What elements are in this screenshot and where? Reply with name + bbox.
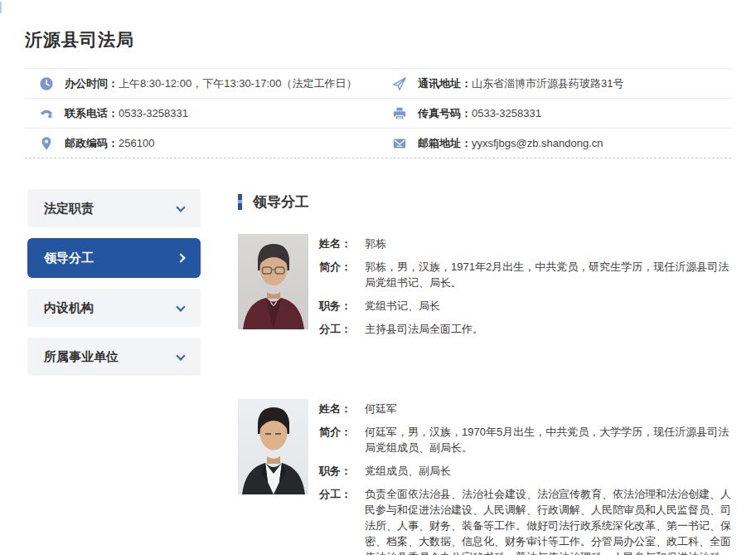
section-title: 领导分工 (253, 192, 309, 212)
field-label: 分工： (319, 321, 356, 337)
info-value: 256100 (119, 137, 154, 149)
fax-icon (391, 105, 407, 121)
sidebar-item-label: 内设机构 (44, 300, 94, 316)
sidebar-item-label: 所属事业单位 (44, 349, 119, 365)
chevron-down-icon (176, 351, 185, 360)
info-phone: 联系电话： 0533-3258331 (25, 98, 378, 128)
field-value: 主持县司法局全面工作。 (365, 321, 731, 337)
content-area: 法定职责 领导分工 内设机构 所属事业单位 领导分工 (25, 189, 731, 555)
window-edge-mark (0, 2, 2, 13)
info-address: 通讯地址： 山东省淄博市沂源县药玻路31号 (378, 68, 731, 98)
chevron-down-icon (176, 302, 185, 311)
sidebar-item-label: 领导分工 (44, 251, 94, 266)
info-label: 邮政编码： (65, 136, 119, 151)
field-value: 党组书记、局长 (365, 298, 731, 314)
field-label: 分工： (319, 486, 356, 555)
field-label: 简介： (319, 424, 356, 455)
info-office-hours: 办公时间： 上午8:30-12:00，下午13:30-17:00（法定工作日） (25, 68, 378, 98)
info-email: 邮箱地址： yyxsfjbgs@zb.shandong.cn (378, 128, 731, 158)
send-icon (391, 75, 407, 91)
field-name: 姓名： 郭栋 (319, 236, 731, 251)
field-position: 职务： 党组成员、副局长 (319, 463, 731, 479)
info-value: 0533-3258331 (472, 107, 541, 119)
chevron-down-icon (176, 202, 185, 212)
sidebar-item-internal-orgs[interactable]: 内设机构 (27, 289, 201, 327)
info-label: 联系电话： (65, 106, 119, 121)
info-label: 邮箱地址： (418, 136, 472, 151)
field-duties: 分工： 主持县司法局全面工作。 (319, 321, 731, 337)
leader-fields: 姓名： 郭栋 简介： 郭栋，男，汉族，1971年2月出生，中共党员，研究生学历，… (319, 234, 731, 344)
info-value: 山东省淄博市沂源县药玻路31号 (472, 76, 623, 91)
field-bio: 简介： 何廷军，男，汉族，1970年5月出生，中共党员，大学学历，现任沂源县司法… (319, 424, 731, 455)
field-value: 何廷军 (365, 401, 731, 416)
field-label: 姓名： (319, 401, 356, 416)
info-value: 上午8:30-12:00，下午13:30-17:00（法定工作日） (119, 76, 357, 91)
info-label: 传真号码： (418, 106, 472, 121)
phone-icon (38, 105, 54, 121)
pin-icon (38, 135, 54, 151)
section-marker-icon (238, 194, 242, 210)
field-value: 何廷军，男，汉族，1970年5月出生，中共党员，大学学历，现任沂源县司法局党组成… (365, 424, 731, 455)
info-value: yyxsfjbgs@zb.shandong.cn (472, 137, 603, 149)
sidebar-item-leadership-division[interactable]: 领导分工 (27, 238, 201, 278)
main-panel: 领导分工 (201, 189, 731, 555)
field-label: 职务： (319, 298, 356, 314)
leader-profile: 姓名： 郭栋 简介： 郭栋，男，汉族，1971年2月出生，中共党员，研究生学历，… (238, 234, 731, 344)
page-container: 沂源县司法局 办公时间： 上午8:30-12:00，下午13:30-17:00（… (0, 28, 756, 555)
clock-icon (38, 75, 54, 91)
leader-photo (238, 234, 308, 329)
sidebar-item-affiliated-units[interactable]: 所属事业单位 (27, 338, 201, 376)
sidebar-nav: 法定职责 领导分工 内设机构 所属事业单位 (27, 189, 201, 387)
field-label: 职务： (319, 463, 356, 479)
page-title: 沂源县司法局 (25, 28, 731, 51)
leader-profile: 姓名： 何廷军 简介： 何廷军，男，汉族，1970年5月出生，中共党员，大学学历… (238, 399, 731, 555)
field-value: 郭栋 (365, 236, 731, 251)
field-bio: 简介： 郭栋，男，汉族，1971年2月出生，中共党员，研究生学历，现任沂源县司法… (319, 259, 731, 290)
field-position: 职务： 党组书记、局长 (319, 298, 731, 314)
info-fax: 传真号码： 0533-3258331 (378, 98, 731, 128)
field-name: 姓名： 何廷军 (319, 401, 731, 416)
field-duties: 分工： 负责全面依法治县、法治社会建设、法治宣传教育、依法治理和法治创建、人民参… (319, 486, 731, 555)
agency-info-table: 办公时间： 上午8:30-12:00，下午13:30-17:00（法定工作日） … (25, 68, 731, 158)
info-label: 通讯地址： (418, 76, 472, 91)
chevron-right-icon (176, 253, 185, 262)
leader-photo (238, 399, 308, 494)
sidebar-item-label: 法定职责 (44, 201, 94, 217)
section-header: 领导分工 (238, 193, 731, 210)
field-label: 姓名： (319, 236, 356, 251)
sidebar-item-legal-duties[interactable]: 法定职责 (27, 189, 201, 227)
field-value: 负责全面依法治县、法治社会建设、法治宣传教育、依法治理和法治创建、人民参与和促进… (365, 486, 731, 555)
field-value: 党组成员、副局长 (365, 463, 731, 479)
mail-icon (391, 135, 407, 151)
info-postcode: 邮政编码： 256100 (25, 128, 378, 158)
field-label: 简介： (319, 259, 356, 290)
info-value: 0533-3258331 (119, 107, 188, 119)
field-value: 郭栋，男，汉族，1971年2月出生，中共党员，研究生学历，现任沂源县司法局党组书… (365, 259, 731, 290)
info-label: 办公时间： (65, 76, 119, 91)
leader-fields: 姓名： 何廷军 简介： 何廷军，男，汉族，1970年5月出生，中共党员，大学学历… (319, 399, 731, 555)
